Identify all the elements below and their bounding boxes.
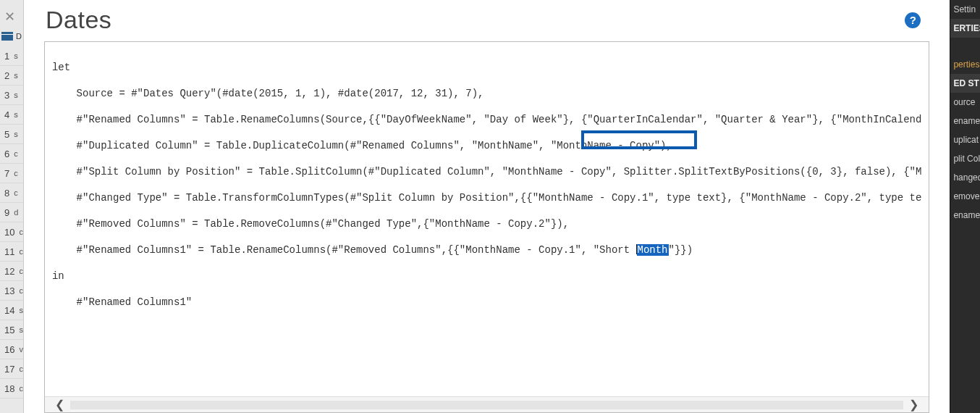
- row-number[interactable]: 18c: [0, 379, 23, 399]
- applied-step[interactable]: hanged: [950, 168, 980, 187]
- code-line: #"Removed Columns" = Table.RemoveColumns…: [52, 217, 921, 230]
- horizontal-scrollbar[interactable]: ❮ ❯: [45, 396, 929, 412]
- applied-step[interactable]: plit Col: [950, 149, 980, 168]
- query-tab-label: D: [13, 32, 22, 41]
- code-line: let: [52, 61, 921, 74]
- row-number[interactable]: 6c: [0, 144, 23, 164]
- applied-step[interactable]: emoved: [950, 187, 980, 206]
- code-line: #"Renamed Columns" = Table.RenameColumns…: [52, 113, 921, 126]
- row-number[interactable]: 16v: [0, 340, 23, 359]
- table-icon: [1, 32, 13, 41]
- scroll-track[interactable]: [70, 401, 903, 409]
- applied-step[interactable]: enamed: [950, 112, 980, 130]
- row-number[interactable]: 1s: [0, 46, 23, 66]
- applied-step[interactable]: ource: [950, 93, 980, 112]
- code-line: #"Changed Type" = Table.TransformColumnT…: [52, 191, 921, 204]
- applied-step[interactable]: enamed: [950, 206, 980, 225]
- left-gutter: ✕ D 1s 2s 3s 4s 5s 6c 7c 8c 9d 10c 11c 1…: [0, 0, 24, 413]
- code-line: in: [52, 270, 921, 283]
- row-numbers: 1s 2s 3s 4s 5s 6c 7c 8c 9d 10c 11c 12c 1…: [0, 43, 23, 399]
- code-line: Source = #"Dates Query"(#date(2015, 1, 1…: [52, 87, 921, 100]
- row-number[interactable]: 12c: [0, 262, 23, 281]
- row-number[interactable]: 17c: [0, 359, 23, 379]
- row-number[interactable]: 5s: [0, 125, 23, 144]
- scroll-right-icon[interactable]: ❯: [906, 398, 921, 412]
- code-area[interactable]: let Source = #"Dates Query"(#date(2015, …: [45, 42, 929, 396]
- close-icon[interactable]: ✕: [4, 10, 15, 23]
- code-line: #"Renamed Columns1": [52, 296, 921, 309]
- code-line: #"Duplicated Column" = Table.DuplicateCo…: [52, 139, 921, 152]
- row-number[interactable]: 13c: [0, 281, 23, 301]
- applied-step[interactable]: uplicat: [950, 130, 980, 149]
- page-title: Dates: [46, 6, 111, 34]
- row-number[interactable]: 11c: [0, 242, 23, 262]
- advanced-editor[interactable]: let Source = #"Dates Query"(#date(2015, …: [44, 41, 929, 413]
- row-number[interactable]: 3s: [0, 85, 23, 105]
- selected-text: Month: [637, 244, 669, 256]
- settings-label[interactable]: Settin: [950, 0, 980, 19]
- main-panel: Dates ? let Source = #"Dates Query"(#dat…: [24, 0, 950, 413]
- row-number[interactable]: 10c: [0, 222, 23, 242]
- row-number[interactable]: 2s: [0, 66, 23, 85]
- properties-header: ERTIES: [950, 19, 980, 38]
- help-icon[interactable]: ?: [905, 12, 921, 28]
- right-side-panel: Settin ERTIES perties ED ST ource enamed…: [950, 0, 980, 413]
- code-line: #"Renamed Columns1" = Table.RenameColumn…: [52, 243, 921, 256]
- row-number[interactable]: 4s: [0, 105, 23, 125]
- scroll-left-icon[interactable]: ❮: [52, 398, 67, 412]
- row-number[interactable]: 8c: [0, 183, 23, 203]
- all-properties-link[interactable]: perties: [950, 55, 980, 74]
- row-number[interactable]: 14s: [0, 301, 23, 320]
- row-number[interactable]: 7c: [0, 164, 23, 183]
- row-number[interactable]: 9d: [0, 203, 23, 222]
- applied-steps-header: ED ST: [950, 74, 980, 93]
- code-line: #"Split Column by Position" = Table.Spli…: [52, 165, 921, 178]
- row-number[interactable]: 15s: [0, 320, 23, 340]
